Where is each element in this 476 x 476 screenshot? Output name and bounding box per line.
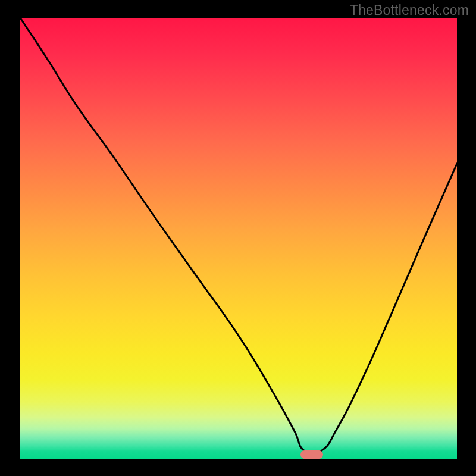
plot-area: [20, 18, 457, 459]
optimum-marker: [300, 450, 323, 459]
curve-layer: [20, 18, 457, 459]
chart-stage: TheBottleneck.com: [0, 0, 476, 476]
watermark-text: TheBottleneck.com: [350, 2, 469, 18]
bottleneck-curve-path: [20, 18, 457, 453]
